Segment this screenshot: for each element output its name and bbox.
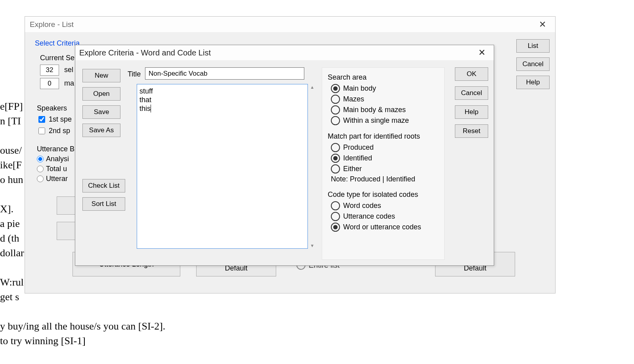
list-scrollbar[interactable]: ▲ ▼	[309, 85, 316, 248]
options-panel: Search area Main bodyMazesMain body & ma…	[322, 67, 445, 260]
cancel-button[interactable]: Cancel	[455, 86, 488, 100]
second-speaker-check[interactable]	[38, 128, 45, 134]
code-type-option[interactable]: Word codes	[331, 201, 439, 210]
reset-button[interactable]: Reset	[455, 124, 488, 138]
search-area-option[interactable]: Main body & mazes	[331, 105, 439, 114]
code-type-option-label: Word codes	[343, 202, 381, 210]
match-part-option[interactable]: Either	[331, 164, 439, 173]
speakers-label: Speakers	[37, 104, 72, 112]
match-part-option-label: Produced	[343, 143, 374, 152]
explore-list-title: Explore - List	[30, 20, 74, 29]
search-area-label: Search area	[328, 73, 439, 82]
selected-label: sel	[64, 66, 73, 74]
code-type-option-label: Word or utterance codes	[343, 223, 421, 231]
explore-list-titlebar: Explore - List ✕	[25, 17, 555, 32]
search-area-option-label: Mazes	[343, 95, 364, 103]
ok-button[interactable]: OK	[455, 67, 488, 81]
search-area-option[interactable]: Main body	[331, 84, 439, 93]
chevron-up-icon[interactable]: ▲	[309, 85, 316, 90]
close-icon[interactable]: ✕	[535, 19, 550, 30]
utterance-base-option[interactable]: Total u	[37, 165, 74, 173]
radio-icon	[331, 116, 340, 125]
selected-count: 32	[40, 65, 59, 76]
new-button[interactable]: New	[82, 69, 120, 82]
cancel-button[interactable]: Cancel	[516, 57, 550, 71]
word-list-item: this	[139, 104, 305, 113]
first-speaker-label: 1st spe	[49, 115, 72, 124]
word-list-item: that	[139, 95, 305, 104]
radio-icon[interactable]	[37, 156, 44, 162]
radio-icon[interactable]	[37, 175, 44, 182]
utterance-base-option-label: Total u	[46, 165, 67, 173]
utterance-base-option-label: Utterar	[46, 175, 68, 183]
matched-label: ma	[64, 79, 74, 87]
first-speaker-checkbox[interactable]: 1st spe	[37, 115, 72, 124]
search-area-option-label: Main body & mazes	[343, 106, 406, 114]
check-list-button[interactable]: Check List	[82, 179, 125, 192]
explore-criteria-dialog: Explore Criteria - Word and Code List ✕ …	[75, 45, 494, 266]
second-speaker-label: 2nd sp	[49, 127, 70, 135]
match-part-option[interactable]: Identified	[331, 154, 439, 163]
second-speaker-checkbox[interactable]: 2nd sp	[37, 126, 72, 135]
word-list-item: stuff	[139, 87, 305, 95]
radio-icon	[331, 223, 340, 232]
help-button[interactable]: Help	[516, 76, 550, 89]
code-type-option[interactable]: Word or utterance codes	[331, 223, 439, 232]
dialog-title: Explore Criteria - Word and Code List	[79, 48, 211, 57]
search-area-option[interactable]: Mazes	[331, 95, 439, 104]
first-speaker-check[interactable]	[38, 116, 45, 123]
radio-icon	[331, 201, 340, 210]
match-part-option-label: Identified	[343, 154, 372, 162]
search-area-option[interactable]: Within a single maze	[331, 116, 439, 125]
radio-icon	[331, 154, 340, 163]
search-area-option-label: Within a single maze	[343, 116, 409, 125]
chevron-down-icon[interactable]: ▼	[309, 243, 316, 248]
utterance-base-label: Utterance B	[37, 145, 74, 153]
utterance-base-option[interactable]: Utterar	[37, 175, 74, 183]
open-button[interactable]: Open	[82, 87, 120, 101]
current-selection-label: Current Sele	[40, 54, 80, 62]
radio-icon	[331, 164, 340, 173]
code-type-option[interactable]: Utterance codes	[331, 212, 439, 221]
select-criteria-link[interactable]: Select Criteria	[35, 39, 80, 48]
utterance-base-option-label: Analysi	[46, 155, 69, 163]
title-input[interactable]	[145, 67, 304, 80]
match-part-label: Match part for identified roots	[328, 132, 439, 141]
sort-list-button[interactable]: Sort List	[82, 197, 125, 211]
radio-icon	[331, 84, 340, 93]
radio-icon[interactable]	[37, 166, 44, 172]
radio-icon	[331, 212, 340, 221]
matched-count: 0	[40, 78, 59, 89]
dialog-titlebar: Explore Criteria - Word and Code List ✕	[75, 45, 494, 60]
title-label: Title	[128, 70, 141, 78]
radio-icon	[331, 105, 340, 114]
match-part-option[interactable]: Produced	[331, 143, 439, 152]
word-list-textarea[interactable]: stuffthatthis	[137, 84, 308, 249]
radio-icon	[331, 143, 340, 152]
radio-icon	[331, 95, 340, 104]
close-icon[interactable]: ✕	[474, 48, 490, 58]
match-part-note: Note: Produced | Identified	[331, 175, 439, 183]
save-button[interactable]: Save	[82, 105, 120, 119]
list-button[interactable]: List	[516, 39, 550, 53]
help-button[interactable]: Help	[455, 105, 488, 119]
search-area-option-label: Main body	[343, 84, 376, 93]
save-as-button[interactable]: Save As	[82, 124, 120, 137]
code-type-label: Code type for isolated codes	[328, 191, 439, 199]
code-type-option-label: Utterance codes	[343, 212, 395, 221]
utterance-base-option[interactable]: Analysi	[37, 155, 74, 163]
match-part-option-label: Either	[343, 165, 362, 173]
